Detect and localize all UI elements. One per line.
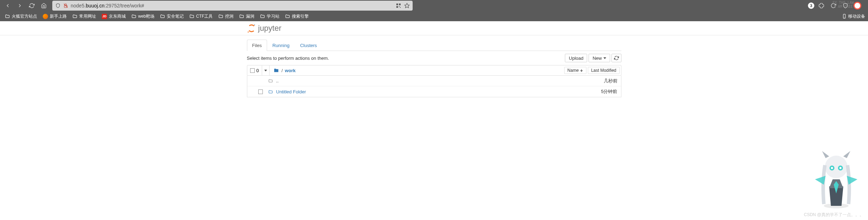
file-link[interactable]: Untitled Folder	[276, 89, 306, 94]
tab-clusters[interactable]: Clusters	[295, 40, 322, 51]
svg-point-9	[855, 3, 860, 8]
select-dropdown[interactable]	[262, 65, 269, 75]
jd-icon: JD	[102, 14, 107, 19]
forward-button[interactable]	[15, 1, 25, 11]
reload-button[interactable]	[27, 1, 37, 11]
bookmark-label: 火狐官方站点	[12, 13, 37, 19]
bookmark-item[interactable]: 学习站	[258, 12, 282, 21]
bookmark-item[interactable]: web靶场	[129, 12, 157, 21]
bookmark-label: 安全笔记	[167, 13, 184, 19]
toolbar-right: EY THE LAWI AM FREE 3	[808, 1, 865, 11]
file-modified: 5分钟前	[601, 88, 617, 95]
svg-rect-2	[396, 4, 398, 5]
back-button[interactable]	[3, 1, 13, 11]
avatar-button[interactable]	[852, 1, 862, 11]
url-bar[interactable]: node5.buuoj.cn:29752/tree/work#	[52, 1, 413, 11]
bookmark-label: 搜索引擎	[292, 13, 309, 19]
chevron-down-icon	[603, 57, 606, 59]
url-text: node5.buuoj.cn:29752/tree/work#	[71, 3, 394, 8]
svg-rect-3	[399, 4, 401, 5]
bookmark-star-icon[interactable]	[404, 3, 410, 8]
bookmark-item[interactable]: CTF工具	[187, 12, 215, 21]
bookmark-label: 新手上路	[50, 13, 67, 19]
browser-toolbar: node5.buuoj.cn:29752/tree/work# EY THE L…	[0, 0, 868, 11]
select-all-checkbox[interactable]	[250, 68, 255, 73]
mobile-device-link[interactable]: 移动设备	[842, 13, 865, 19]
bookmark-label: CTF工具	[196, 13, 213, 19]
hint-text: Select items to perform actions on them.	[247, 56, 329, 61]
bookmark-label: 京东商城	[109, 13, 126, 19]
breadcrumb-separator: /	[282, 68, 283, 73]
breadcrumb: / work	[270, 68, 299, 73]
bookmark-item[interactable]: 新手上路	[41, 12, 69, 21]
sort-name-button[interactable]: Name	[564, 67, 586, 74]
folder-outline-icon	[268, 79, 273, 83]
file-row: Untitled Folder5分钟前	[247, 86, 621, 97]
chevron-down-icon	[264, 70, 267, 71]
bookmark-label: 漏洞	[246, 13, 254, 19]
arrow-down-icon	[580, 69, 583, 72]
bookmarks-bar: 火狐官方站点新手上路常用网址JD京东商城web靶场安全笔记CTF工具挖洞漏洞学习…	[0, 11, 868, 21]
refresh-button[interactable]	[612, 54, 621, 62]
bookmark-label: 学习站	[267, 13, 279, 19]
file-list: ..几秒前Untitled Folder5分钟前	[247, 76, 621, 97]
bookmark-item[interactable]: 挖洞	[216, 12, 236, 21]
jupyter-header: jupyter	[0, 21, 868, 35]
firefox-icon	[43, 14, 48, 19]
download-badge[interactable]: 3	[808, 2, 814, 9]
bookmark-label: 挖洞	[225, 13, 234, 19]
decor-text: EY THE LAWI AM FREE	[833, 1, 854, 8]
bookmark-item[interactable]: JD京东商城	[100, 12, 128, 21]
folder-outline-icon	[268, 89, 273, 94]
row-checkbox[interactable]	[258, 89, 263, 94]
sort-modified-button[interactable]: Last Modified	[588, 67, 619, 74]
home-button[interactable]	[39, 1, 49, 11]
shield-icon	[55, 3, 61, 8]
folder-icon[interactable]	[273, 68, 279, 73]
svg-marker-7	[405, 3, 409, 8]
bookmark-item[interactable]: 火狐官方站点	[3, 12, 39, 21]
file-name: ..	[276, 78, 279, 83]
file-row: ..几秒前	[247, 76, 621, 86]
svg-rect-6	[400, 7, 401, 8]
bookmark-item[interactable]: 安全笔记	[158, 12, 186, 21]
qr-icon[interactable]	[396, 3, 401, 8]
bookmark-item[interactable]: 常用网址	[70, 12, 98, 21]
breadcrumb-work[interactable]: work	[285, 68, 295, 73]
tab-files[interactable]: Files	[247, 40, 267, 51]
select-count: 0	[256, 68, 259, 73]
bookmark-label: web靶场	[138, 13, 154, 19]
bookmark-item[interactable]: 漏洞	[237, 12, 256, 21]
lock-strike-icon	[63, 3, 69, 8]
breadcrumb-row: 0 / work Name Last Modified	[247, 65, 621, 76]
svg-rect-4	[396, 6, 398, 8]
new-button[interactable]: New	[589, 54, 610, 62]
jupyter-logo[interactable]: jupyter	[247, 22, 282, 35]
bookmark-label: 常用网址	[79, 13, 96, 19]
svg-rect-5	[399, 6, 400, 7]
tab-running[interactable]: Running	[267, 40, 295, 51]
upload-button[interactable]: Upload	[565, 54, 587, 62]
extension-icon[interactable]	[816, 1, 826, 11]
select-all[interactable]: 0	[247, 65, 262, 75]
bookmark-item[interactable]: 搜索引擎	[283, 12, 311, 21]
browser-chrome: node5.buuoj.cn:29752/tree/work# EY THE L…	[0, 0, 868, 21]
file-modified: 几秒前	[604, 78, 618, 84]
tabs: Files Running Clusters	[247, 40, 621, 51]
